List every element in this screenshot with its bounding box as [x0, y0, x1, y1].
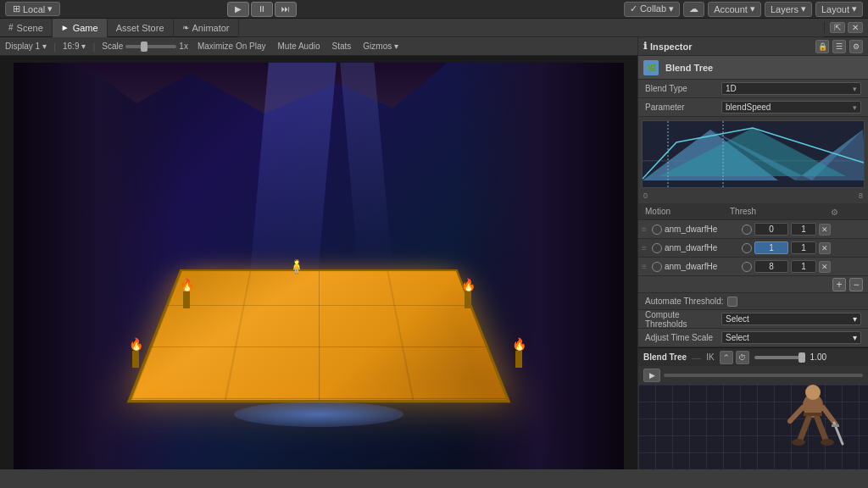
- inspector-lock-button[interactable]: 🔒: [815, 40, 829, 53]
- scene-glow: [234, 402, 403, 427]
- motion-thresh-1[interactable]: [754, 241, 788, 254]
- gizmos-button[interactable]: Gizmos ▾: [360, 42, 401, 51]
- scene-tab-icon: #: [8, 23, 14, 32]
- account-button[interactable]: Account ▾: [708, 2, 761, 17]
- blend-type-row: Blend Type 1D ▾: [638, 80, 868, 98]
- local-chevron: ▾: [47, 3, 53, 14]
- layers-button[interactable]: Layers ▾: [765, 2, 812, 17]
- stats-label: Stats: [332, 42, 352, 51]
- preview-play-button[interactable]: ▶: [643, 369, 660, 382]
- motion-speed-0[interactable]: [791, 223, 816, 236]
- animator-tab-label: Animator: [192, 23, 230, 33]
- scene-tab-label: Scene: [17, 23, 43, 33]
- blend-type-label: Blend Type: [645, 84, 721, 93]
- blend-graph-svg: [643, 121, 864, 187]
- tab-asset-store[interactable]: Asset Store: [108, 19, 174, 37]
- motion-row-0: ≡ anm_dwarfHe ✕: [638, 220, 868, 239]
- maximize-tab-button[interactable]: ⇱: [830, 22, 845, 33]
- motion-remove-2[interactable]: ✕: [819, 261, 831, 273]
- scale-slider[interactable]: [125, 45, 176, 48]
- motion-thresh-2[interactable]: [754, 260, 788, 273]
- svg-point-10: [805, 385, 821, 400]
- maximize-on-play-button[interactable]: Maximize On Play: [195, 42, 269, 51]
- tab-animator[interactable]: ❧ Animator: [174, 19, 239, 37]
- inspector-settings-button[interactable]: ⚙: [849, 40, 863, 53]
- motion-speed-1[interactable]: [791, 241, 816, 254]
- motion-remove-1[interactable]: ✕: [819, 242, 831, 254]
- inspector-icons: 🔒 ☰ ⚙: [815, 40, 863, 53]
- collab-check-icon: ✓: [630, 3, 637, 14]
- motion-dot2-1[interactable]: [742, 243, 752, 253]
- top-bar-left: ⊞ Local ▾: [5, 2, 60, 16]
- layout-button[interactable]: Layout ▾: [815, 2, 863, 17]
- tab-filler: [239, 19, 824, 37]
- play-icon: ▶: [235, 4, 242, 14]
- playback-bar: ▶: [638, 366, 868, 385]
- animator-icon-button-1[interactable]: ⌃: [720, 351, 733, 364]
- motion-dot2-0[interactable]: [742, 225, 752, 235]
- separator2: |: [92, 42, 95, 52]
- compute-dropdown[interactable]: Select ▾: [721, 313, 861, 325]
- game-panel: Display 1 ▾ | 16:9 ▾ | Scale 1x Maximize…: [0, 37, 637, 469]
- game-view-bar: Display 1 ▾ | 16:9 ▾ | Scale 1x Maximize…: [0, 37, 637, 56]
- game-tab-icon: ►: [61, 23, 70, 32]
- layers-label: Layers: [771, 4, 798, 14]
- preview-3d: [638, 385, 868, 469]
- automate-checkbox[interactable]: [727, 297, 737, 307]
- blend-graph: [642, 120, 865, 188]
- pause-icon: ⏸: [258, 4, 266, 14]
- blend-type-value[interactable]: 1D ▾: [721, 82, 861, 95]
- local-button[interactable]: ⊞ Local ▾: [5, 2, 60, 16]
- top-bar-right: ✓ Collab ▾ ☁ Account ▾ Layers ▾ Layout ▾: [624, 2, 863, 17]
- animator-icon-button-2[interactable]: ⏱: [736, 351, 749, 364]
- animator-separator: —: [692, 352, 701, 363]
- graph-min-label: 0: [643, 191, 648, 200]
- close-tab-button[interactable]: ✕: [848, 22, 863, 33]
- pause-button[interactable]: ⏸: [251, 2, 273, 17]
- speed-value-label: 1.00: [810, 352, 826, 362]
- motion-speed-2[interactable]: [791, 260, 816, 273]
- motion-dot2-2[interactable]: [742, 262, 752, 272]
- svg-rect-19: [832, 424, 839, 427]
- motion-thresh-0[interactable]: [754, 223, 788, 236]
- inspector-title: ℹ Inspector: [643, 41, 693, 52]
- aspect-label: 16:9: [63, 42, 79, 51]
- blend-tree-icon: 🌿: [643, 60, 659, 75]
- collab-button[interactable]: ✓ Collab ▾: [624, 2, 680, 17]
- graph-labels: 0 8: [638, 191, 868, 203]
- tab-bar: # Scene ► Game Asset Store ❧ Animator ⇱ …: [0, 19, 868, 37]
- svg-line-11: [790, 408, 803, 421]
- playback-timeline[interactable]: [664, 374, 863, 377]
- step-button[interactable]: ⏭: [275, 2, 297, 17]
- parameter-value[interactable]: blendSpeed ▾: [721, 101, 861, 114]
- cave-wall-left: [14, 63, 183, 469]
- stats-button[interactable]: Stats: [330, 42, 354, 51]
- remove-motion-button[interactable]: −: [849, 278, 863, 291]
- cloud-button[interactable]: ☁: [683, 2, 704, 17]
- motion-name-2: anm_dwarfHe: [665, 262, 739, 271]
- mute-audio-button[interactable]: Mute Audio: [275, 42, 322, 51]
- speed-track[interactable]: [754, 356, 805, 359]
- inspector-menu-button[interactable]: ☰: [832, 40, 846, 53]
- asset-store-tab-label: Asset Store: [116, 23, 164, 33]
- cave-wall-right: [454, 63, 624, 469]
- motion-name-1: anm_dwarfHe: [665, 243, 739, 252]
- compute-value-text: Select: [726, 314, 749, 324]
- play-button[interactable]: ▶: [227, 2, 249, 17]
- adjust-dropdown[interactable]: Select ▾: [721, 331, 861, 344]
- svg-point-16: [821, 439, 834, 446]
- motion-dot-0[interactable]: [652, 225, 662, 235]
- motion-remove-0[interactable]: ✕: [819, 224, 831, 236]
- scene-background: 🧍: [14, 63, 624, 469]
- motion-drag-0: ≡: [642, 225, 652, 234]
- add-motion-button[interactable]: +: [832, 278, 846, 291]
- tab-scene[interactable]: # Scene: [0, 19, 53, 37]
- torch-3: [132, 351, 139, 368]
- play-controls: ▶ ⏸ ⏭: [227, 2, 297, 17]
- motion-dot-1[interactable]: [652, 243, 662, 253]
- game-canvas: 🧍: [14, 63, 624, 469]
- inspector-title-label: Inspector: [650, 42, 693, 52]
- mute-label: Mute Audio: [277, 42, 320, 51]
- motion-dot-2[interactable]: [652, 262, 662, 272]
- tab-game[interactable]: ► Game: [53, 19, 108, 37]
